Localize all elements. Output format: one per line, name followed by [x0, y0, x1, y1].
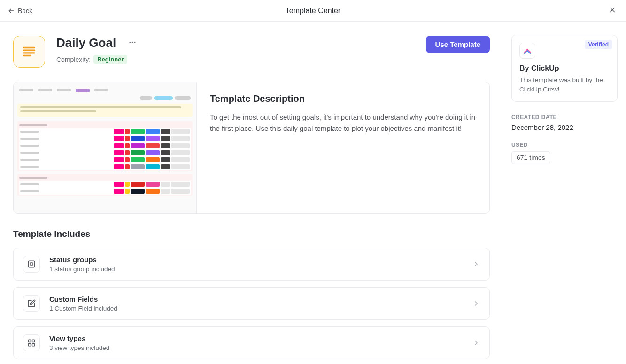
- include-text: Custom Fields 1 Custom Field included: [49, 295, 463, 312]
- svg-point-2: [134, 41, 136, 43]
- include-status-groups[interactable]: Status groups 1 status group included: [13, 248, 490, 281]
- template-icon: [13, 36, 45, 68]
- dots-horizontal-icon: [128, 38, 137, 46]
- grid-icon: [27, 339, 36, 347]
- chevron-right-icon: [472, 260, 480, 268]
- preview-pills: [17, 94, 193, 102]
- preview-line: [20, 110, 96, 112]
- chevron-right-icon: [472, 339, 480, 347]
- view-types-icon: [23, 334, 40, 351]
- preview-group-label: [19, 177, 47, 179]
- preview-group-label: [19, 124, 47, 126]
- chevron-right-icon: [472, 300, 480, 307]
- include-sub: 1 status group included: [49, 265, 463, 273]
- edit-square-icon: [27, 299, 36, 308]
- use-template-button[interactable]: Use Template: [426, 36, 490, 53]
- svg-rect-7: [28, 344, 31, 346]
- list-lines-icon: [21, 44, 37, 60]
- preview-row: [19, 156, 191, 163]
- include-title: Status groups: [49, 256, 463, 264]
- square-nested-icon: [27, 260, 36, 268]
- include-text: Status groups 1 status group included: [49, 256, 463, 273]
- back-label: Back: [18, 7, 32, 15]
- used-label: USED: [511, 142, 618, 148]
- preview-row: [19, 142, 191, 149]
- preview-pill: [154, 96, 173, 100]
- template-preview: [14, 82, 197, 213]
- template-title: Daily Goal: [56, 36, 116, 50]
- include-sub: 1 Custom Field included: [49, 305, 463, 312]
- verified-badge: Verified: [585, 40, 612, 49]
- preview-tab: [94, 89, 108, 91]
- description-card: Template Description To get the most out…: [13, 82, 490, 214]
- include-text: View types 3 view types included: [49, 334, 463, 351]
- preview-tabs: [17, 86, 193, 94]
- complexity-badge: Beginner: [93, 55, 127, 64]
- body: Daily Goal Complexity: Beginner Use Temp…: [0, 22, 626, 364]
- preview-tab: [57, 89, 71, 91]
- created-date-value: December 28, 2022: [511, 123, 618, 131]
- author-logo: [519, 43, 535, 59]
- preview-row: [19, 188, 191, 195]
- side-column: Verified By ClickUp This template was bu…: [503, 22, 626, 364]
- description-heading: Template Description: [210, 93, 476, 104]
- include-custom-fields[interactable]: Custom Fields 1 Custom Field included: [13, 287, 490, 320]
- complexity-label: Complexity:: [56, 56, 91, 63]
- preview-banner: [17, 104, 193, 117]
- preview-tab: [38, 89, 52, 91]
- author-card: Verified By ClickUp This template was bu…: [511, 35, 618, 102]
- description-text: Template Description To get the most out…: [197, 82, 489, 213]
- svg-rect-3: [28, 261, 35, 267]
- svg-rect-5: [28, 340, 31, 342]
- preview-tab: [19, 89, 33, 91]
- description-body: To get the most out of setting goals, it…: [210, 112, 476, 134]
- preview-row: [19, 163, 191, 170]
- complexity-row: Complexity: Beginner: [56, 55, 415, 64]
- template-header: Daily Goal Complexity: Beginner Use Temp…: [13, 36, 490, 68]
- custom-fields-icon: [23, 295, 40, 312]
- svg-point-1: [132, 41, 133, 43]
- preview-tab: [76, 89, 90, 91]
- include-sub: 3 view types included: [49, 344, 463, 351]
- preview-row: [19, 149, 191, 156]
- include-title: Custom Fields: [49, 295, 463, 303]
- main-column[interactable]: Daily Goal Complexity: Beginner Use Temp…: [0, 22, 503, 364]
- preview-row: [19, 181, 191, 188]
- preview-row: [19, 135, 191, 142]
- title-row: Daily Goal: [56, 36, 415, 50]
- topbar: Back Template Center: [0, 0, 626, 22]
- close-icon: [608, 6, 617, 14]
- preview-line: [20, 106, 181, 108]
- svg-rect-6: [32, 340, 35, 342]
- include-view-types[interactable]: View types 3 view types included: [13, 326, 490, 359]
- close-button[interactable]: [606, 4, 618, 18]
- svg-rect-4: [30, 263, 33, 265]
- preview-pill: [140, 96, 152, 100]
- header-text: Daily Goal Complexity: Beginner: [56, 36, 415, 64]
- clickup-logo-icon: [523, 46, 532, 55]
- svg-point-0: [130, 41, 131, 43]
- preview-section: [17, 174, 193, 196]
- preview-section: [17, 121, 193, 171]
- preview-pill: [175, 96, 191, 100]
- more-button[interactable]: [127, 37, 138, 49]
- includes-heading: Template includes: [13, 229, 490, 239]
- status-groups-icon: [23, 256, 40, 273]
- svg-rect-8: [32, 344, 35, 346]
- author-name: By ClickUp: [519, 64, 610, 73]
- back-button[interactable]: Back: [8, 7, 32, 15]
- page-title: Template Center: [286, 7, 340, 15]
- author-desc: This template was built by the ClickUp C…: [519, 76, 610, 94]
- include-title: View types: [49, 334, 463, 342]
- preview-row: [19, 128, 191, 135]
- used-value: 671 times: [511, 151, 550, 164]
- created-date-label: CREATED DATE: [511, 114, 618, 121]
- arrow-left-icon: [8, 7, 15, 15]
